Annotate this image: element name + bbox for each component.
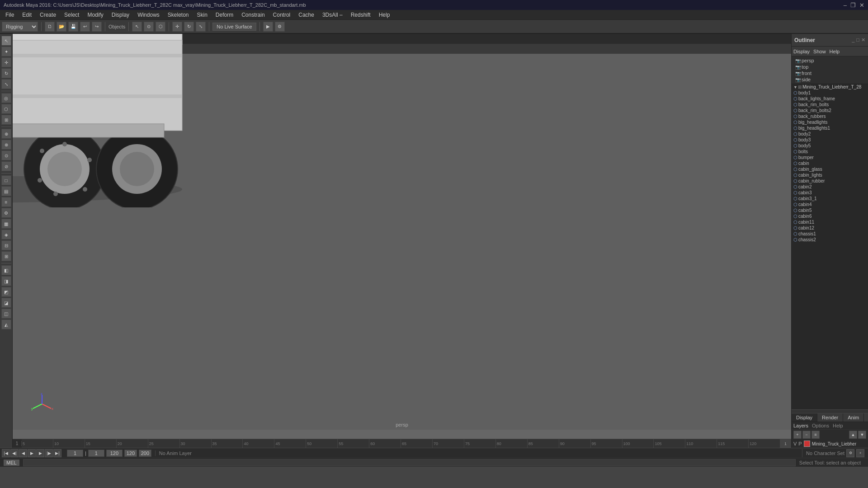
play-btn[interactable]: ▶ [28,449,36,457]
viewport-canvas[interactable]: LIEBHERR LIEBHERR [13,54,791,430]
misc-btn5[interactable]: ◫ [1,309,11,319]
scene-obj-cabin-glass[interactable]: ⬡ cabin_glass [792,166,868,172]
outliner-close-btn[interactable]: ✕ [861,37,865,43]
scene-obj-cabin4[interactable]: ⬡ cabin4 [792,202,868,207]
rotate-tool[interactable]: ↻ [1,68,11,78]
misc-btn2[interactable]: ◨ [1,276,11,286]
menu-modify[interactable]: Modify [84,11,107,19]
paint-btn[interactable]: ⬡ [156,22,165,32]
tab-render[interactable]: Render [817,413,843,422]
outliner-scrollbar-horizontal[interactable] [792,409,868,413]
menu-display[interactable]: Display [108,11,133,19]
layer-up-btn[interactable]: ▲ [849,431,857,439]
show-manip-tool[interactable]: ⊞ [1,115,11,125]
scene-obj-big-headlights[interactable]: ⬡ big_headlights [792,119,868,125]
total-start-input[interactable] [124,450,137,457]
char-set-btn1[interactable]: ⚙ [846,449,854,457]
misc-btn3[interactable]: ◩ [1,287,11,297]
rotate-btn[interactable]: ↻ [184,22,194,32]
save-button[interactable]: 💾 [68,22,78,32]
layer-editor-btn[interactable]: ▤ [1,186,11,196]
soft-mod-tool[interactable]: ◎ [1,93,11,103]
scene-obj-cabin2[interactable]: ⬡ cabin2 [792,184,868,190]
menu-skin[interactable]: Skin [193,11,211,19]
subtab-options[interactable]: Options [812,423,829,428]
menu-edit[interactable]: Edit [19,11,35,19]
camera-top[interactable]: 📷 top [793,64,866,70]
menu-file[interactable]: File [2,11,18,19]
scene-obj-big-headlights1[interactable]: ⬡ big_headlights1 [792,125,868,131]
new-button[interactable]: 🗋 [45,22,55,32]
sculpt-tool[interactable]: ⬡ [1,104,11,114]
tool-settings-btn[interactable]: ◈ [1,230,11,239]
outliner-tab-help[interactable]: Help [830,49,840,54]
move-tool[interactable]: ✛ [1,57,11,67]
scene-obj-cabin12[interactable]: ⬡ cabin12 [792,225,868,231]
tab-anim[interactable]: Anim [843,413,864,422]
restore-button[interactable]: ❐ [850,2,856,9]
menu-3dsall[interactable]: 3DsAll – [319,11,346,19]
scene-obj-cabin5[interactable]: ⬡ cabin5 [792,207,868,213]
subtab-help[interactable]: Help [833,423,843,428]
lasso-btn[interactable]: ⊙ [144,22,154,32]
menu-create[interactable]: Create [36,11,60,19]
char-set-btn2[interactable]: + [856,449,864,457]
menu-skeleton[interactable]: Skeleton [164,11,193,19]
camera-persp[interactable]: 📷 persp [793,57,866,64]
viewport[interactable]: View Shading Lighting Show Renderer Pane… [13,34,791,439]
scale-tool[interactable]: ⤡ [1,79,11,89]
redo-button[interactable]: ↪ [92,22,102,32]
outliner-btn[interactable]: ⊞ [1,251,11,261]
misc-btn6[interactable]: ◭ [1,319,11,329]
scene-obj-back-lights-frame[interactable]: ⬡ back_lights_frame [792,96,868,102]
scene-obj-cabin6[interactable]: ⬡ cabin6 [792,213,868,219]
menu-help[interactable]: Help [375,11,394,19]
render-settings-btn[interactable]: ⚙ [275,22,285,32]
scene-obj-cabin3[interactable]: ⬡ cabin3 [792,190,868,196]
snap-point-btn[interactable]: ⊙ [1,150,11,160]
next-frame-btn[interactable]: ▶ [36,449,44,457]
shelf-btn[interactable]: ▦ [1,219,11,229]
scene-objects-list[interactable]: ▼ ⊞ Mining_Truck_Liebherr_T_28 ⬡ body1 ⬡… [792,84,868,409]
scene-obj-body5[interactable]: ⬡ body5 [792,143,868,149]
render-btn[interactable]: ▶ [263,22,273,32]
next-keyframe-btn[interactable]: |▶ [45,449,53,457]
go-start-btn[interactable]: |◀ [2,449,10,457]
scene-obj-body2[interactable]: ⬡ body2 [792,131,868,137]
undo-button[interactable]: ↩ [80,22,90,32]
scene-obj-chassis1[interactable]: ⬡ chassis1 [792,231,868,237]
scene-obj-bumper[interactable]: ⬡ bumper [792,155,868,160]
menu-cache[interactable]: Cache [295,11,318,19]
render-region-btn[interactable]: □ [1,175,11,185]
menu-control[interactable]: Control [269,11,294,19]
outliner-tab-display[interactable]: Display [793,49,810,54]
misc-btn1[interactable]: ◧ [1,265,11,275]
menu-select[interactable]: Select [61,11,83,19]
camera-side[interactable]: 📷 side [793,76,866,83]
snap-curve-btn[interactable]: ⊗ [1,140,11,150]
mel-tab[interactable]: MEL [4,460,19,466]
open-button[interactable]: 📂 [57,22,66,32]
snap-grid-btn[interactable]: ⊕ [1,129,11,139]
menu-deform[interactable]: Deform [212,11,237,19]
attribute-editor-btn[interactable]: ⚙ [1,208,11,218]
select-tool[interactable]: ↖ [1,36,11,46]
total-end-input[interactable] [139,450,151,457]
scene-obj-back-rim-bolts[interactable]: ⬡ back_rim_bolts [792,102,868,108]
layer-options-btn[interactable]: ≡ [811,431,820,439]
paint-select-tool[interactable]: ✦ [1,47,11,56]
channel-box-btn[interactable]: ≡ [1,197,11,207]
layer-down-btn[interactable]: ▼ [858,431,866,439]
menu-redshift[interactable]: Redshift [347,11,374,19]
prev-frame-btn[interactable]: ◀ [19,449,27,457]
minimize-button[interactable]: – [844,2,847,9]
menu-constrain[interactable]: Constrain [238,11,268,19]
mel-input[interactable] [23,459,796,466]
scene-obj-cabin3-1[interactable]: ⬡ cabin3_1 [792,196,868,202]
snap-surface-btn[interactable]: ⊘ [1,161,11,171]
menu-windows[interactable]: Windows [134,11,163,19]
layer-new-btn[interactable]: + [793,431,802,439]
scene-obj-mining-truck[interactable]: ▼ ⊞ Mining_Truck_Liebherr_T_28 [792,84,868,90]
camera-front[interactable]: 📷 front [793,70,866,76]
scene-obj-back-rim-bolts2[interactable]: ⬡ back_rim_bolts2 [792,108,868,113]
